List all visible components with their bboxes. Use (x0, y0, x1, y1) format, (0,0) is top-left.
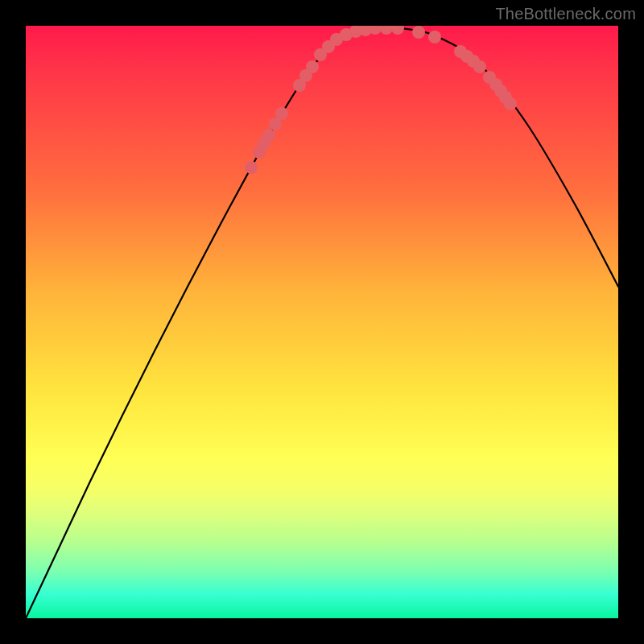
highlight-dot (245, 161, 258, 174)
highlight-dot (275, 107, 288, 120)
chart-frame: TheBottleneck.com (0, 0, 644, 644)
chart-svg (26, 26, 618, 618)
highlight-dot (262, 129, 275, 142)
highlight-dot (504, 97, 517, 110)
highlight-dot (473, 60, 486, 73)
highlight-dot (428, 31, 441, 43)
highlight-dot (412, 26, 425, 39)
watermark-text: TheBottleneck.com (495, 5, 636, 23)
highlight-dot (306, 60, 319, 73)
highlight-dot (391, 26, 404, 35)
plot-area (26, 26, 618, 618)
highlight-dots (245, 26, 517, 174)
bottleneck-curve (26, 28, 618, 618)
highlight-dot (380, 26, 393, 35)
